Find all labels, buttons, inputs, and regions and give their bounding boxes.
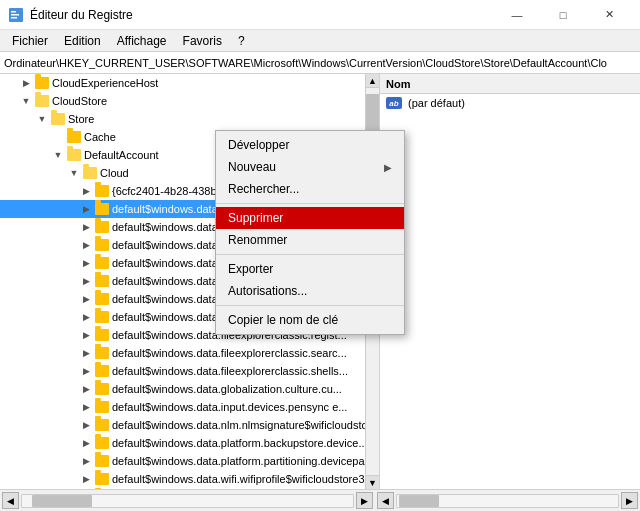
bottom-bar: ◀ ▶ ◀ ▶ [0,489,640,511]
folder-icon [51,113,65,125]
expand-arrow: ▶ [80,185,92,197]
maximize-button[interactable]: □ [540,0,586,30]
menu-edition[interactable]: Edition [56,30,109,51]
expand-arrow: ▼ [20,95,32,107]
ctx-separator-1 [216,203,404,204]
window-title: Éditeur du Registre [30,8,133,22]
minimize-button[interactable]: — [494,0,540,30]
tree-item-cloudcacheinvalidator[interactable]: ▶ CloudCacheInvalidator [0,488,379,489]
right-scrollbar: ◀ ▶ [375,492,640,509]
scroll-up-btn[interactable]: ▲ [366,74,379,88]
tree-item-input-devices[interactable]: ▶ default$windows.data.input.devices.pen… [0,398,379,416]
ctx-rechercher[interactable]: Rechercher... [216,178,404,200]
ctx-separator-2 [216,254,404,255]
folder-icon [67,131,81,143]
ctx-supprimer[interactable]: Supprimer [216,207,404,229]
tree-label: default$windows.data.fileexplorerclassic… [112,365,379,377]
expand-arrow: ▶ [80,329,92,341]
tree-item-platform-partitioning[interactable]: ▶ default$windows.data.platform.partitio… [0,452,379,470]
folder-icon [95,239,109,251]
tree-label: default$windows.data.input.devices.pensy… [112,401,379,413]
folder-icon [95,221,109,233]
ctx-exporter[interactable]: Exporter [216,258,404,280]
tree-item-nlm[interactable]: ▶ default$windows.data.nlm.nlmsignature$… [0,416,379,434]
left-scrollbar: ◀ ▶ [0,492,375,509]
expand-arrow: ▶ [80,473,92,485]
tree-item-globalization[interactable]: ▶ default$windows.data.globalization.cul… [0,380,379,398]
folder-icon [95,275,109,287]
folder-icon [35,95,49,107]
folder-icon [95,203,109,215]
right-header-label: Nom [386,78,410,90]
folder-icon [95,401,109,413]
folder-icon [95,365,109,377]
scroll-track-right[interactable] [396,494,619,508]
scroll-down-btn[interactable]: ▼ [366,475,379,489]
menu-fichier[interactable]: Fichier [4,30,56,51]
ctx-arrow-nouveau: ▶ [384,162,392,173]
menu-bar: Fichier Edition Affichage Favoris ? [0,30,640,52]
ctx-nouveau-label: Nouveau [228,160,276,174]
expand-arrow: ▶ [80,365,92,377]
right-panel-item[interactable]: ab (par défaut) [380,94,640,112]
folder-icon [95,347,109,359]
scroll-track-left[interactable] [21,494,354,508]
scroll-left-btn[interactable]: ◀ [2,492,19,509]
expand-arrow: ▼ [68,167,80,179]
expand-arrow: ▼ [52,149,64,161]
expand-arrow: ▶ [80,311,92,323]
expand-arrow: ▶ [80,419,92,431]
context-menu: Développer Nouveau ▶ Rechercher... Suppr… [215,130,405,335]
right-panel: Nom ab (par défaut) [380,74,640,489]
tree-item-platform-backup[interactable]: ▶ default$windows.data.platform.backupst… [0,434,379,452]
folder-icon [95,455,109,467]
expand-arrow: ▼ [36,113,48,125]
expand-arrow: ▶ [80,257,92,269]
tree-label: default$windows.data.nlm.nlmsignature$wi… [112,419,379,431]
folder-icon [95,473,109,485]
tree-label: CloudStore [52,95,379,107]
scroll-right-left-btn[interactable]: ◀ [377,492,394,509]
expand-arrow: ▶ [80,401,92,413]
ctx-exporter-label: Exporter [228,262,273,276]
menu-help[interactable]: ? [230,30,253,51]
menu-favoris[interactable]: Favoris [175,30,230,51]
ctx-copier-nom-label: Copier le nom de clé [228,313,338,327]
tree-item-wifi[interactable]: ▶ default$windows.data.wifi.wifiprofile$… [0,470,379,488]
tree-item-fileexplorer-shells[interactable]: ▶ default$windows.data.fileexplorerclass… [0,362,379,380]
folder-icon [95,329,109,341]
app-icon [8,7,24,23]
expand-arrow: ▶ [80,239,92,251]
ctx-developper-label: Développer [228,138,289,152]
window-controls: — □ ✕ [494,0,632,30]
folder-icon [95,293,109,305]
tree-item-fileexplorer-searc[interactable]: ▶ default$windows.data.fileexplorerclass… [0,344,379,362]
expand-arrow: ▶ [80,383,92,395]
expand-arrow: ▶ [80,221,92,233]
ctx-rechercher-label: Rechercher... [228,182,299,196]
ctx-nouveau[interactable]: Nouveau ▶ [216,156,404,178]
ctx-renommer-label: Renommer [228,233,287,247]
title-bar-left: Éditeur du Registre [8,7,133,23]
scroll-thumb-left[interactable] [32,495,92,507]
folder-icon [95,311,109,323]
title-bar: Éditeur du Registre — □ ✕ [0,0,640,30]
scroll-right-btn[interactable]: ▶ [356,492,373,509]
close-button[interactable]: ✕ [586,0,632,30]
ctx-developper[interactable]: Développer [216,134,404,156]
ctx-separator-3 [216,305,404,306]
menu-affichage[interactable]: Affichage [109,30,175,51]
ctx-autorisations[interactable]: Autorisations... [216,280,404,302]
tree-item-store[interactable]: ▼ Store [0,110,379,128]
ctx-renommer[interactable]: Renommer [216,229,404,251]
folder-icon [67,149,81,161]
ctx-copier-nom[interactable]: Copier le nom de clé [216,309,404,331]
ctx-autorisations-label: Autorisations... [228,284,307,298]
scroll-right-right-btn[interactable]: ▶ [621,492,638,509]
ab-icon: ab [386,97,402,109]
scroll-thumb-right[interactable] [399,495,439,507]
folder-icon [35,77,49,89]
tree-label: CloudExperienceHost [52,77,379,89]
tree-item-cloudexperiencehost[interactable]: ▶ CloudExperienceHost [0,74,379,92]
tree-item-cloudstore[interactable]: ▼ CloudStore [0,92,379,110]
